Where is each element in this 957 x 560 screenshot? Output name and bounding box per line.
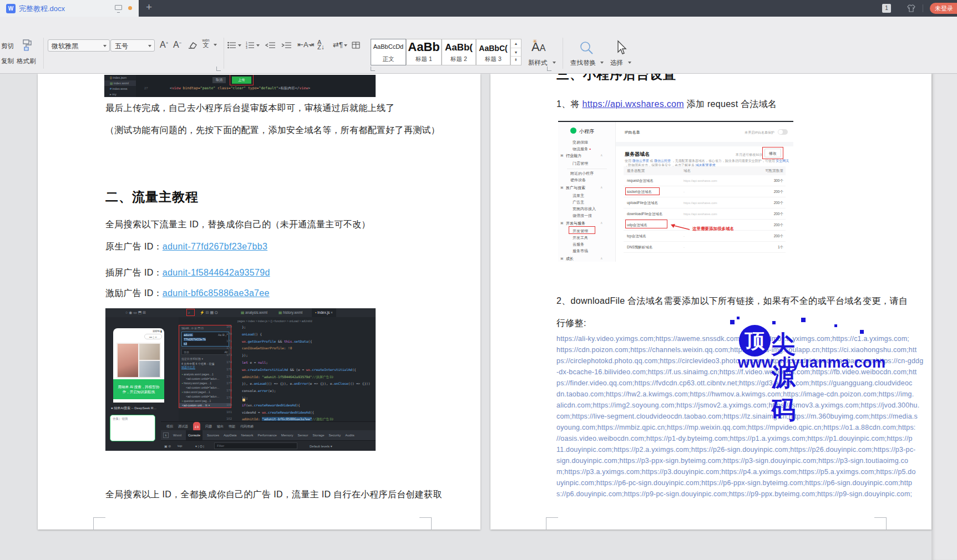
select-cursor-icon[interactable] [615,40,627,55]
find-replace-icon[interactable] [579,40,594,55]
paragraph: 全局搜索以上 ID，全都换成你自己的广告 ID，流量主 ID 自行在小程序后台创… [105,489,442,501]
clear-format-icon[interactable] [188,42,198,49]
svg-text:3: 3 [246,46,247,49]
increase-font-icon[interactable]: A+ [160,40,168,50]
menu-bar: ↶ ↷ ⌄ 开始 插入 页面布局 引用 审阅 视图 章节 安全 开发工具 特色应… [0,17,957,33]
cancel-button-in-image: 取消 [212,77,226,83]
bullet-caret-icon[interactable] [238,44,241,47]
select-caret-icon[interactable] [628,62,631,64]
scrollbar-track[interactable] [931,74,957,560]
style-heading1[interactable]: AaBb 标题 1 [406,39,442,65]
paragraph: 行修整: [556,318,586,329]
paragraph-caret-icon[interactable] [344,44,347,47]
paragraph: 2、downloadFile 合法域名需要添加以下所有链接，如果有不全的或平台域… [556,296,908,307]
hyperlink[interactable]: https://api.wxshares.com [583,99,684,109]
divider [43,38,44,69]
find-replace-button[interactable]: 查找替换 [570,59,596,67]
font-size-select[interactable]: 五号 [110,39,155,52]
paragraph: 最后上传完成，自己去小程序后台提审版本即可，审核通过后就能上线了 [105,103,395,114]
select-button[interactable]: 选择 [610,59,623,67]
decrease-font-icon[interactable]: A− [173,40,181,50]
sort-icon[interactable]: AZ↓ [317,40,325,50]
copy-button[interactable]: 复制 [1,57,14,65]
section-heading: 二、流量主教程 [105,189,199,206]
margin-corner-mark [546,517,558,530]
pinyin-guide-icon[interactable]: wén 文 [201,38,211,48]
page-left[interactable]: {} index.json ▤ index.wxml # index.wxss … [38,74,480,530]
title-bar: W 完整教程.docx + 1 未登录 [0,0,957,17]
divider [923,4,923,12]
bullet-list-icon[interactable] [227,42,236,49]
font-name-select[interactable]: 微软雅黑 [48,39,110,52]
paragraph: 1、将 https://api.wxshares.com 添加 request … [556,99,777,110]
wps-logo-icon: W [6,4,16,13]
ad-link[interactable]: adunit-77fd267bf23e7bb3 [163,242,267,251]
format-painter-icon[interactable] [20,39,34,55]
ad-id-line: 原生广告 ID：adunit-77fd267bf23e7bb3 [105,241,267,253]
margin-corner-mark [93,517,105,530]
format-painter-button[interactable]: 格式刷 [17,57,36,65]
new-style-button[interactable]: 新样式 [528,59,548,67]
text-direction-icon[interactable] [352,42,360,49]
monitor-icon[interactable] [115,5,122,10]
wps-writer-window: W 完整教程.docx + 1 未登录 ↶ ↷ ⌄ 开始 插入 页面布局 引用 … [0,0,957,560]
login-status-badge[interactable]: 未登录 [930,3,957,14]
margin-corner-mark [419,517,432,530]
ad-id-line: 插屏广告 ID：adunit-1f5844642a93579d [105,267,270,279]
document-tab[interactable]: W 完整教程.docx [0,0,139,17]
decrease-indent-icon[interactable] [265,42,276,49]
unsaved-dot-icon [128,6,132,10]
embedded-screenshot-code-strip: {} index.json ▤ index.wxml # index.wxss … [104,75,376,97]
pinyin-caret-icon[interactable] [214,44,217,46]
document-title: 完整教程.docx [19,4,65,14]
embedded-screenshot-wechat-admin: 小程序 交易保障物流服务 •行业能力∧▣门店管理附近的小程序硬件设备推广与搜索∧… [558,121,793,262]
paragraph: （测试功能有问题的，先按下面的配置，添加安全域名等，所有都配置好了再测试） [105,125,440,136]
ad-id-line: 激励广告 ID：adunit-bf6c85886ae3a7ee [105,288,270,299]
ribbon-toolbar: 剪切 复制 格式刷 微软雅黑 五号 A+ A− wén 文 B I U A X2… [0,33,957,74]
group-corner [371,67,375,71]
new-style-caret-icon[interactable] [553,62,556,64]
new-style-icon[interactable]: ✳AA [531,40,545,54]
find-replace-caret-icon[interactable] [600,62,604,64]
document-area: {} index.json ▤ index.wxml # index.wxss … [0,74,957,560]
ad-link[interactable]: adunit-bf6c85886ae3a7ee [163,288,270,298]
style-body[interactable]: AaBbCcDd 正文 [371,39,406,65]
paragraph: 全局搜索以下流量主 ID，替换成你自己的（未开通流量主可不改） [105,219,371,231]
margin-corner-mark [874,517,887,530]
styles-scroll[interactable]: ▲ ▼ ⇟ [510,39,521,65]
cut-button[interactable]: 剪切 [1,42,14,50]
numbered-list-icon[interactable]: 123 [246,42,255,49]
skin-theme-icon[interactable] [907,4,916,13]
style-heading3[interactable]: AaBbC( 标题 3 [476,39,510,65]
divider [563,38,563,69]
page-right[interactable]: 三、小程序后台设置 1、将 https://api.wxshares.com 添… [490,74,931,530]
new-tab-button[interactable]: + [146,1,152,13]
numbered-caret-icon[interactable] [256,44,260,47]
section-heading: 三、小程序后台设置 [556,74,676,83]
paragraph-mark-icon[interactable]: ⇄¶ [333,40,343,49]
group-corner [216,67,221,71]
group-corner [547,67,551,71]
divider [224,38,224,69]
tab-count-badge[interactable]: 1 [882,4,891,13]
ad-link[interactable]: adunit-1f5844642a93579d [163,268,270,277]
embedded-screenshot-devtools: ○ ◉ ▭ ⬒ ⊞ ⌕ ⚡ ⊟ ▦ ⛭ ▤ analysis.wxml ▤ hi… [105,308,376,451]
url-list: https://ali-ky.video.yximgs.com;https://… [556,335,923,501]
char-scale-caret-icon[interactable] [309,44,312,47]
style-heading2[interactable]: AaBb( 标题 2 [442,39,476,65]
increase-indent-icon[interactable] [281,42,292,49]
